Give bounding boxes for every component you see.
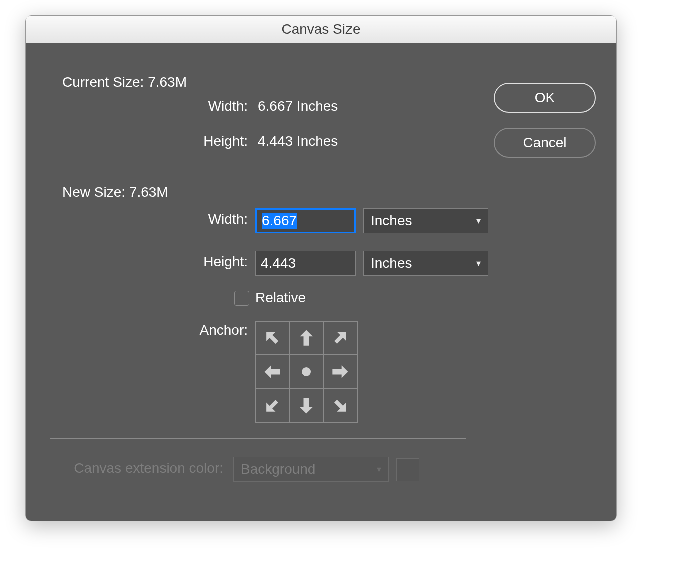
anchor-bottom-right[interactable] bbox=[323, 389, 357, 422]
chevron-down-icon: ▾ bbox=[476, 215, 481, 226]
current-width-label: Width: bbox=[50, 98, 248, 114]
chevron-down-icon: ▾ bbox=[377, 464, 381, 475]
anchor-right[interactable] bbox=[323, 355, 357, 388]
current-height-value: 4.443 Inches bbox=[258, 133, 338, 149]
new-size-legend: New Size: 7.63M bbox=[60, 184, 170, 200]
new-height-input[interactable] bbox=[255, 251, 356, 276]
current-size-group: Current Size: 7.63M Width: 6.667 Inches … bbox=[50, 83, 466, 171]
arrow-down-icon bbox=[295, 394, 317, 416]
anchor-grid bbox=[255, 321, 358, 423]
new-height-unit-value: Inches bbox=[371, 255, 412, 271]
anchor-top[interactable] bbox=[289, 321, 323, 355]
anchor-left[interactable] bbox=[256, 355, 289, 388]
ok-button-label: OK bbox=[535, 90, 555, 106]
arrow-up-right-icon bbox=[329, 327, 351, 349]
arrow-down-right-icon bbox=[329, 394, 351, 416]
anchor-center-dot-icon bbox=[302, 367, 311, 376]
current-size-legend: Current Size: 7.63M bbox=[60, 74, 189, 90]
current-height-label: Height: bbox=[50, 133, 248, 149]
new-height-label: Height: bbox=[50, 254, 248, 270]
anchor-bottom-left[interactable] bbox=[256, 389, 289, 422]
cancel-button[interactable]: Cancel bbox=[494, 128, 596, 158]
chevron-down-icon: ▾ bbox=[476, 258, 481, 269]
cancel-button-label: Cancel bbox=[523, 135, 566, 151]
extension-color-swatch bbox=[396, 458, 419, 481]
arrow-right-icon bbox=[329, 361, 351, 383]
new-width-unit-dropdown[interactable]: Inches ▾ bbox=[363, 208, 488, 233]
dialog-body: OK Cancel Current Size: 7.63M Width: 6.6… bbox=[26, 43, 616, 521]
new-width-label: Width: bbox=[50, 211, 248, 227]
relative-checkbox[interactable] bbox=[234, 291, 249, 306]
new-height-unit-dropdown[interactable]: Inches ▾ bbox=[363, 251, 488, 276]
arrow-left-icon bbox=[262, 361, 284, 383]
anchor-center[interactable] bbox=[289, 355, 323, 388]
ok-button[interactable]: OK bbox=[494, 83, 596, 113]
arrow-down-left-icon bbox=[262, 394, 284, 416]
extension-color-dropdown: Background ▾ bbox=[233, 457, 389, 482]
dialog-titlebar: Canvas Size bbox=[26, 16, 616, 43]
anchor-top-left[interactable] bbox=[256, 321, 289, 355]
new-width-unit-value: Inches bbox=[371, 213, 412, 229]
canvas-size-dialog: Canvas Size OK Cancel Current Size: 7.63… bbox=[25, 15, 617, 521]
extension-color-label: Canvas extension color: bbox=[26, 460, 223, 476]
arrow-up-icon bbox=[295, 327, 317, 349]
anchor-top-right[interactable] bbox=[323, 321, 357, 355]
relative-label: Relative bbox=[255, 290, 306, 306]
new-size-group: New Size: 7.63M Width: Inches ▾ Height: … bbox=[50, 193, 466, 439]
dialog-title: Canvas Size bbox=[281, 21, 360, 37]
arrow-up-left-icon bbox=[262, 327, 284, 349]
anchor-label: Anchor: bbox=[50, 322, 248, 338]
new-width-input[interactable] bbox=[255, 208, 356, 233]
current-width-value: 6.667 Inches bbox=[258, 98, 338, 114]
anchor-bottom[interactable] bbox=[289, 389, 323, 422]
extension-color-value: Background bbox=[241, 461, 315, 477]
